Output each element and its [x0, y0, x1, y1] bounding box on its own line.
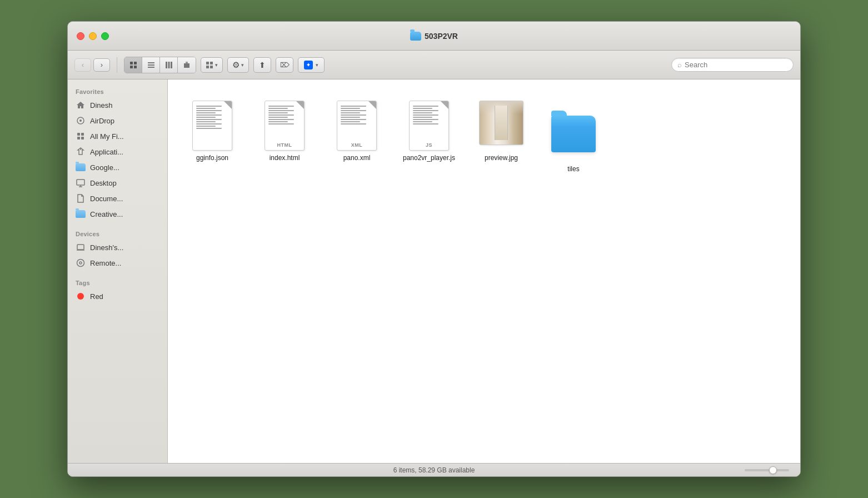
file-area: gginfo.json	[168, 79, 800, 463]
finder-window: 503P2VR ‹ ›	[67, 21, 801, 477]
sidebar: Favorites Dinesh AirDrop All My Fi...	[68, 79, 168, 463]
file-item-gginfo[interactable]: gginfo.json	[179, 91, 246, 177]
file-icon-wrapper-tiles	[548, 106, 598, 162]
sidebar-item-documents[interactable]: Docume...	[68, 191, 167, 206]
file-icon-wrapper-gginfo	[187, 95, 237, 151]
status-bar: 6 items, 58.29 GB available	[68, 463, 800, 476]
icon-view-icon	[129, 61, 137, 69]
back-icon: ‹	[82, 61, 84, 69]
main-content: Favorites Dinesh AirDrop All My Fi...	[68, 79, 800, 463]
sidebar-item-mac-label: Dinesh's...	[90, 243, 123, 252]
view-options-button[interactable]: ▾	[201, 57, 223, 73]
forward-button[interactable]: ›	[93, 58, 110, 72]
sidebar-item-desktop[interactable]: Desktop	[68, 175, 167, 191]
tags-header: Tags	[68, 275, 167, 288]
view-mode-buttons	[124, 57, 196, 73]
gear-icon: ⚙	[232, 60, 240, 70]
sidebar-item-dinesh-label: Dinesh	[90, 101, 112, 109]
file-item-index[interactable]: HTML index.html	[251, 91, 318, 177]
svg-rect-5	[148, 64, 154, 66]
svg-rect-3	[134, 66, 137, 68]
svg-rect-0	[130, 62, 133, 64]
sidebar-item-applications[interactable]: Applicati...	[68, 144, 167, 160]
devices-header: Devices	[68, 226, 167, 240]
sidebar-item-creative-label: Creative...	[90, 210, 123, 218]
search-input[interactable]	[685, 61, 787, 69]
svg-rect-8	[168, 62, 169, 68]
close-button[interactable]	[77, 32, 84, 40]
dropbox-icon: ✦	[304, 61, 313, 69]
view-options-chevron: ▾	[215, 62, 218, 68]
document-icon-pano: XML	[337, 101, 377, 151]
list-view-button[interactable]	[142, 57, 160, 73]
file-item-preview[interactable]: preview.jpg	[468, 91, 535, 177]
sidebar-item-remote[interactable]: Remote...	[68, 255, 167, 271]
back-button[interactable]: ‹	[74, 58, 91, 72]
size-slider[interactable]	[745, 469, 789, 471]
file-label-gginfo: gginfo.json	[196, 154, 228, 162]
sidebar-item-mac[interactable]: Dinesh's...	[68, 240, 167, 255]
sidebar-item-dinesh[interactable]: Dinesh	[68, 97, 167, 113]
svg-rect-11	[186, 62, 188, 63]
airdrop-icon	[76, 116, 86, 126]
window-title: 503P2VR	[410, 32, 458, 41]
slider-thumb[interactable]	[769, 466, 777, 474]
status-text: 6 items, 58.29 GB available	[393, 466, 475, 474]
column-view-icon	[165, 61, 173, 69]
svg-rect-14	[206, 66, 209, 68]
toolbar: ‹ ›	[68, 51, 800, 79]
sidebar-item-tag-red[interactable]: Red	[68, 288, 167, 304]
dropbox-chevron: ▾	[316, 62, 318, 68]
file-item-tiles[interactable]: tiles	[540, 102, 607, 177]
search-icon: ⌕	[677, 61, 682, 69]
svg-rect-1	[134, 62, 137, 64]
share-icon: ⬆	[259, 61, 266, 69]
action-button[interactable]: ⚙ ▾	[227, 57, 249, 73]
creative-folder-icon	[76, 209, 86, 219]
file-item-pano[interactable]: XML pano.xml	[323, 91, 390, 177]
list-view-icon	[147, 61, 155, 69]
file-icon-wrapper-index: HTML	[260, 95, 310, 151]
file-item-pano2vr[interactable]: JS pano2vr_player.js	[396, 91, 462, 177]
house-icon	[76, 100, 86, 110]
icon-view-button[interactable]	[124, 57, 142, 73]
svg-rect-26	[77, 245, 84, 250]
slider-track[interactable]	[745, 469, 789, 471]
documents-icon	[76, 193, 86, 203]
sidebar-item-creative[interactable]: Creative...	[68, 206, 167, 222]
svg-rect-7	[166, 62, 167, 68]
share-button[interactable]: ⬆	[253, 57, 271, 73]
svg-point-28	[77, 260, 84, 267]
sidebar-item-desktop-label: Desktop	[90, 179, 117, 187]
sidebar-item-google[interactable]: Google...	[68, 160, 167, 175]
sidebar-item-airdrop[interactable]: AirDrop	[68, 113, 167, 128]
favorites-header: Favorites	[68, 84, 167, 97]
file-label-pano: pano.xml	[343, 154, 371, 162]
document-icon-pano2vr: JS	[409, 101, 449, 151]
title-text: 503P2VR	[425, 32, 458, 41]
file-label-preview: preview.jpg	[485, 154, 518, 162]
svg-rect-23	[77, 180, 84, 185]
cover-view-button[interactable]	[178, 57, 196, 73]
svg-rect-4	[148, 62, 154, 63]
tag-icon: ⌦	[280, 61, 290, 69]
minimize-button[interactable]	[89, 32, 97, 40]
dropbox-button[interactable]: ✦ ▾	[298, 57, 325, 73]
applications-icon	[76, 147, 86, 157]
title-folder-icon	[410, 32, 421, 41]
svg-rect-6	[148, 67, 154, 68]
sidebar-item-allfiles[interactable]: All My Fi...	[68, 128, 167, 144]
file-label-tiles: tiles	[567, 165, 579, 173]
maximize-button[interactable]	[101, 32, 109, 40]
nav-buttons: ‹ ›	[74, 58, 110, 72]
svg-rect-15	[210, 66, 213, 68]
svg-rect-20	[77, 137, 80, 140]
svg-rect-12	[206, 62, 209, 64]
column-view-button[interactable]	[160, 57, 178, 73]
svg-rect-9	[171, 62, 172, 68]
file-type-label-pano2vr: JS	[410, 142, 448, 150]
forward-icon: ›	[101, 61, 103, 69]
document-icon-gginfo	[192, 101, 232, 151]
tag-button[interactable]: ⌦	[276, 57, 293, 73]
search-box[interactable]: ⌕	[671, 58, 794, 72]
